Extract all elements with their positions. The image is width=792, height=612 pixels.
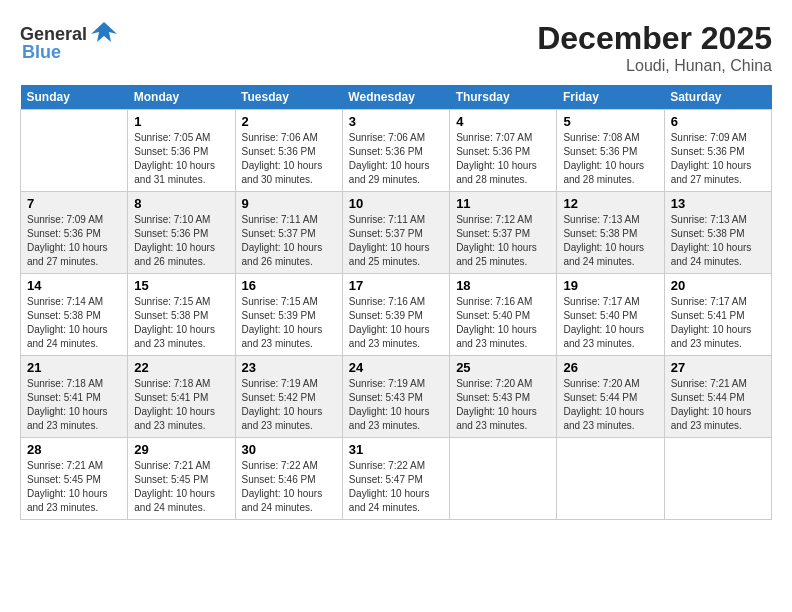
day-cell: 17Sunrise: 7:16 AM Sunset: 5:39 PM Dayli… bbox=[342, 274, 449, 356]
day-cell: 13Sunrise: 7:13 AM Sunset: 5:38 PM Dayli… bbox=[664, 192, 771, 274]
day-number: 16 bbox=[242, 278, 336, 293]
day-number: 27 bbox=[671, 360, 765, 375]
day-number: 3 bbox=[349, 114, 443, 129]
day-info: Sunrise: 7:15 AM Sunset: 5:38 PM Dayligh… bbox=[134, 295, 228, 351]
calendar-header-row: SundayMondayTuesdayWednesdayThursdayFrid… bbox=[21, 85, 772, 110]
day-info: Sunrise: 7:09 AM Sunset: 5:36 PM Dayligh… bbox=[27, 213, 121, 269]
day-number: 22 bbox=[134, 360, 228, 375]
day-cell: 31Sunrise: 7:22 AM Sunset: 5:47 PM Dayli… bbox=[342, 438, 449, 520]
day-number: 17 bbox=[349, 278, 443, 293]
day-cell: 21Sunrise: 7:18 AM Sunset: 5:41 PM Dayli… bbox=[21, 356, 128, 438]
column-header-wednesday: Wednesday bbox=[342, 85, 449, 110]
day-cell: 3Sunrise: 7:06 AM Sunset: 5:36 PM Daylig… bbox=[342, 110, 449, 192]
day-number: 19 bbox=[563, 278, 657, 293]
day-info: Sunrise: 7:13 AM Sunset: 5:38 PM Dayligh… bbox=[563, 213, 657, 269]
day-cell: 15Sunrise: 7:15 AM Sunset: 5:38 PM Dayli… bbox=[128, 274, 235, 356]
day-cell: 1Sunrise: 7:05 AM Sunset: 5:36 PM Daylig… bbox=[128, 110, 235, 192]
day-info: Sunrise: 7:14 AM Sunset: 5:38 PM Dayligh… bbox=[27, 295, 121, 351]
day-info: Sunrise: 7:10 AM Sunset: 5:36 PM Dayligh… bbox=[134, 213, 228, 269]
column-header-thursday: Thursday bbox=[450, 85, 557, 110]
day-cell: 19Sunrise: 7:17 AM Sunset: 5:40 PM Dayli… bbox=[557, 274, 664, 356]
week-row-4: 21Sunrise: 7:18 AM Sunset: 5:41 PM Dayli… bbox=[21, 356, 772, 438]
day-number: 14 bbox=[27, 278, 121, 293]
day-cell bbox=[450, 438, 557, 520]
day-info: Sunrise: 7:06 AM Sunset: 5:36 PM Dayligh… bbox=[349, 131, 443, 187]
day-info: Sunrise: 7:17 AM Sunset: 5:41 PM Dayligh… bbox=[671, 295, 765, 351]
day-info: Sunrise: 7:05 AM Sunset: 5:36 PM Dayligh… bbox=[134, 131, 228, 187]
day-number: 29 bbox=[134, 442, 228, 457]
day-number: 23 bbox=[242, 360, 336, 375]
title-block: December 2025 Loudi, Hunan, China bbox=[537, 20, 772, 75]
day-number: 25 bbox=[456, 360, 550, 375]
day-number: 5 bbox=[563, 114, 657, 129]
day-cell: 23Sunrise: 7:19 AM Sunset: 5:42 PM Dayli… bbox=[235, 356, 342, 438]
week-row-2: 7Sunrise: 7:09 AM Sunset: 5:36 PM Daylig… bbox=[21, 192, 772, 274]
day-info: Sunrise: 7:06 AM Sunset: 5:36 PM Dayligh… bbox=[242, 131, 336, 187]
day-number: 10 bbox=[349, 196, 443, 211]
calendar-table: SundayMondayTuesdayWednesdayThursdayFrid… bbox=[20, 85, 772, 520]
day-number: 1 bbox=[134, 114, 228, 129]
day-info: Sunrise: 7:19 AM Sunset: 5:42 PM Dayligh… bbox=[242, 377, 336, 433]
day-cell: 25Sunrise: 7:20 AM Sunset: 5:43 PM Dayli… bbox=[450, 356, 557, 438]
day-info: Sunrise: 7:21 AM Sunset: 5:44 PM Dayligh… bbox=[671, 377, 765, 433]
logo-blue-text: Blue bbox=[22, 42, 61, 63]
day-cell: 16Sunrise: 7:15 AM Sunset: 5:39 PM Dayli… bbox=[235, 274, 342, 356]
day-number: 28 bbox=[27, 442, 121, 457]
day-cell: 2Sunrise: 7:06 AM Sunset: 5:36 PM Daylig… bbox=[235, 110, 342, 192]
day-number: 24 bbox=[349, 360, 443, 375]
page-header: General Blue December 2025 Loudi, Hunan,… bbox=[20, 20, 772, 75]
day-info: Sunrise: 7:09 AM Sunset: 5:36 PM Dayligh… bbox=[671, 131, 765, 187]
day-number: 21 bbox=[27, 360, 121, 375]
day-cell: 22Sunrise: 7:18 AM Sunset: 5:41 PM Dayli… bbox=[128, 356, 235, 438]
day-cell: 12Sunrise: 7:13 AM Sunset: 5:38 PM Dayli… bbox=[557, 192, 664, 274]
day-cell: 5Sunrise: 7:08 AM Sunset: 5:36 PM Daylig… bbox=[557, 110, 664, 192]
day-number: 15 bbox=[134, 278, 228, 293]
day-number: 4 bbox=[456, 114, 550, 129]
day-info: Sunrise: 7:20 AM Sunset: 5:44 PM Dayligh… bbox=[563, 377, 657, 433]
day-cell: 29Sunrise: 7:21 AM Sunset: 5:45 PM Dayli… bbox=[128, 438, 235, 520]
day-cell: 26Sunrise: 7:20 AM Sunset: 5:44 PM Dayli… bbox=[557, 356, 664, 438]
day-cell: 27Sunrise: 7:21 AM Sunset: 5:44 PM Dayli… bbox=[664, 356, 771, 438]
day-cell: 20Sunrise: 7:17 AM Sunset: 5:41 PM Dayli… bbox=[664, 274, 771, 356]
day-info: Sunrise: 7:21 AM Sunset: 5:45 PM Dayligh… bbox=[27, 459, 121, 515]
day-number: 18 bbox=[456, 278, 550, 293]
day-cell bbox=[557, 438, 664, 520]
column-header-monday: Monday bbox=[128, 85, 235, 110]
day-cell bbox=[664, 438, 771, 520]
day-cell: 8Sunrise: 7:10 AM Sunset: 5:36 PM Daylig… bbox=[128, 192, 235, 274]
day-info: Sunrise: 7:22 AM Sunset: 5:47 PM Dayligh… bbox=[349, 459, 443, 515]
day-info: Sunrise: 7:08 AM Sunset: 5:36 PM Dayligh… bbox=[563, 131, 657, 187]
day-cell: 6Sunrise: 7:09 AM Sunset: 5:36 PM Daylig… bbox=[664, 110, 771, 192]
day-info: Sunrise: 7:20 AM Sunset: 5:43 PM Dayligh… bbox=[456, 377, 550, 433]
month-title: December 2025 bbox=[537, 20, 772, 57]
day-info: Sunrise: 7:07 AM Sunset: 5:36 PM Dayligh… bbox=[456, 131, 550, 187]
day-info: Sunrise: 7:11 AM Sunset: 5:37 PM Dayligh… bbox=[242, 213, 336, 269]
column-header-tuesday: Tuesday bbox=[235, 85, 342, 110]
day-cell: 30Sunrise: 7:22 AM Sunset: 5:46 PM Dayli… bbox=[235, 438, 342, 520]
day-number: 6 bbox=[671, 114, 765, 129]
day-cell: 9Sunrise: 7:11 AM Sunset: 5:37 PM Daylig… bbox=[235, 192, 342, 274]
day-info: Sunrise: 7:18 AM Sunset: 5:41 PM Dayligh… bbox=[134, 377, 228, 433]
day-info: Sunrise: 7:17 AM Sunset: 5:40 PM Dayligh… bbox=[563, 295, 657, 351]
day-info: Sunrise: 7:15 AM Sunset: 5:39 PM Dayligh… bbox=[242, 295, 336, 351]
day-cell: 11Sunrise: 7:12 AM Sunset: 5:37 PM Dayli… bbox=[450, 192, 557, 274]
day-number: 30 bbox=[242, 442, 336, 457]
day-cell: 24Sunrise: 7:19 AM Sunset: 5:43 PM Dayli… bbox=[342, 356, 449, 438]
day-info: Sunrise: 7:11 AM Sunset: 5:37 PM Dayligh… bbox=[349, 213, 443, 269]
logo: General Blue bbox=[20, 20, 119, 63]
day-number: 2 bbox=[242, 114, 336, 129]
day-info: Sunrise: 7:16 AM Sunset: 5:40 PM Dayligh… bbox=[456, 295, 550, 351]
day-number: 12 bbox=[563, 196, 657, 211]
day-cell: 28Sunrise: 7:21 AM Sunset: 5:45 PM Dayli… bbox=[21, 438, 128, 520]
column-header-saturday: Saturday bbox=[664, 85, 771, 110]
day-number: 26 bbox=[563, 360, 657, 375]
day-number: 31 bbox=[349, 442, 443, 457]
day-info: Sunrise: 7:12 AM Sunset: 5:37 PM Dayligh… bbox=[456, 213, 550, 269]
day-info: Sunrise: 7:18 AM Sunset: 5:41 PM Dayligh… bbox=[27, 377, 121, 433]
week-row-5: 28Sunrise: 7:21 AM Sunset: 5:45 PM Dayli… bbox=[21, 438, 772, 520]
week-row-3: 14Sunrise: 7:14 AM Sunset: 5:38 PM Dayli… bbox=[21, 274, 772, 356]
svg-marker-0 bbox=[91, 22, 117, 42]
day-info: Sunrise: 7:22 AM Sunset: 5:46 PM Dayligh… bbox=[242, 459, 336, 515]
day-info: Sunrise: 7:19 AM Sunset: 5:43 PM Dayligh… bbox=[349, 377, 443, 433]
day-cell: 7Sunrise: 7:09 AM Sunset: 5:36 PM Daylig… bbox=[21, 192, 128, 274]
